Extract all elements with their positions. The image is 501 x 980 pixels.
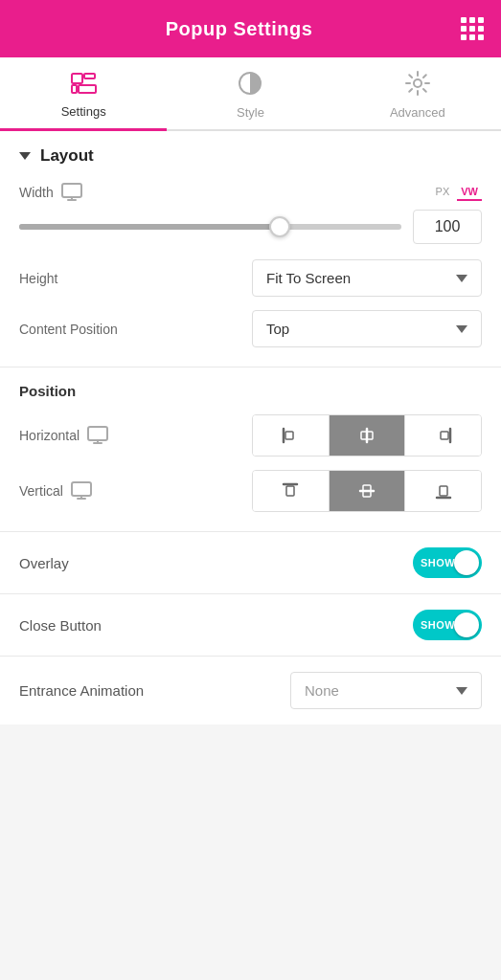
content-position-label: Content Position [19,322,118,337]
layout-section-header[interactable]: Layout [19,146,482,166]
tab-bar: Settings Style Advanced [0,57,501,131]
entrance-animation-section: Entrance Animation None [0,657,501,724]
width-monitor-icon [61,183,82,202]
content-position-select[interactable]: Top [252,310,482,347]
height-row: Height Fit To Screen [19,259,482,297]
main-content: Layout Width PX VW [0,131,501,724]
close-button-toggle[interactable]: SHOW [413,610,482,640]
horizontal-align-group [252,414,482,457]
entrance-animation-chevron-icon [456,687,467,695]
tab-advanced[interactable]: Advanced [334,57,501,129]
style-tab-label: Style [237,105,264,120]
layout-section-title: Layout [40,146,94,166]
page-title: Popup Settings [166,18,313,40]
horizontal-align-left-btn[interactable] [253,415,330,456]
tab-settings[interactable]: Settings [0,57,167,129]
style-tab-icon [238,71,262,101]
horizontal-row: Horizontal [19,414,482,457]
layout-collapse-arrow [19,152,31,160]
entrance-animation-select[interactable]: None [290,672,482,709]
grid-icon[interactable] [461,17,484,40]
width-row: Width PX VW [19,183,482,244]
width-slider-row: 100 [19,210,482,244]
layout-section: Layout Width PX VW [0,131,501,368]
svg-rect-0 [72,74,82,83]
svg-rect-13 [441,432,448,439]
horizontal-monitor-icon [87,426,108,445]
vertical-align-bottom-btn[interactable] [405,471,481,511]
overlay-toggle-knob [454,550,479,575]
app-header: Popup Settings [0,0,501,57]
vertical-monitor-icon [71,481,92,501]
width-label: Width [19,183,82,202]
entrance-animation-label: Entrance Animation [19,682,144,699]
overlay-row: Overlay SHOW [0,532,501,594]
settings-tab-icon [70,72,97,100]
unit-toggle: PX VW [432,184,482,201]
height-label: Height [19,271,57,286]
height-chevron-icon [456,275,467,282]
unit-px-btn[interactable]: PX [432,184,454,201]
overlay-label: Overlay [19,555,69,571]
close-button-row: Close Button SHOW [0,594,501,657]
svg-rect-6 [62,184,81,197]
overlay-toggle-text: SHOW [421,557,455,568]
content-position-chevron-icon [456,325,467,333]
content-position-row: Content Position Top [19,310,482,347]
svg-rect-14 [72,482,91,496]
vertical-align-middle-btn[interactable] [330,471,406,511]
tab-style[interactable]: Style [167,57,333,129]
unit-vw-btn[interactable]: VW [457,184,482,201]
settings-tab-label: Settings [61,104,106,119]
entrance-animation-row: Entrance Animation None [19,672,482,709]
svg-point-5 [414,79,421,87]
position-section: Position Horizontal [0,368,501,532]
svg-rect-9 [285,432,293,439]
width-value-input[interactable]: 100 [413,210,482,244]
close-button-toggle-text: SHOW [421,619,455,631]
svg-rect-1 [72,85,77,93]
advanced-tab-label: Advanced [390,105,445,120]
svg-rect-7 [88,427,107,440]
height-select[interactable]: Fit To Screen [252,259,482,297]
svg-rect-16 [286,486,294,496]
vertical-label: Vertical [19,481,92,501]
vertical-align-top-btn[interactable] [253,471,330,511]
close-button-toggle-knob [454,612,479,637]
position-section-title: Position [19,383,482,399]
horizontal-align-center-btn[interactable] [330,415,406,456]
overlay-toggle[interactable]: SHOW [413,547,482,578]
svg-rect-3 [79,85,96,93]
svg-rect-20 [440,486,447,496]
svg-rect-2 [84,74,95,78]
horizontal-align-right-btn[interactable] [405,415,481,456]
width-slider[interactable] [19,224,401,230]
horizontal-label: Horizontal [19,426,108,445]
advanced-tab-icon [405,71,430,101]
vertical-row: Vertical [19,470,482,512]
vertical-align-group [252,470,482,512]
close-button-label: Close Button [19,617,102,634]
